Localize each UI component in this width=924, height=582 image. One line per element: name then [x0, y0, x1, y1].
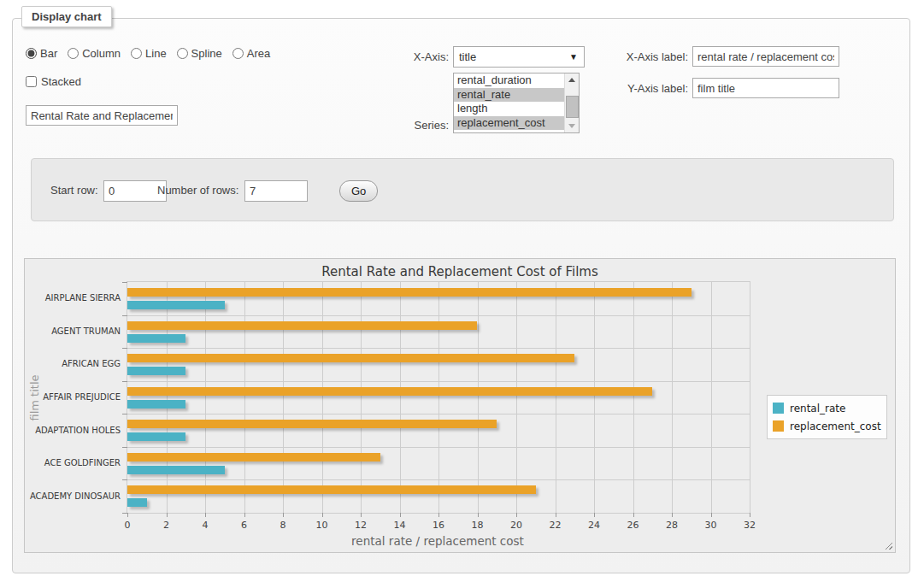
bar-rental_rate [127, 301, 225, 309]
bar-replacement_cost [127, 354, 574, 362]
x-axis-tick [711, 513, 712, 517]
y-axis-category-label: ACADEMY DINOSAUR [30, 491, 121, 501]
chart-type-option-spline: Spline [177, 47, 222, 60]
gridline [672, 282, 673, 513]
panel-legend: Display chart [21, 6, 112, 27]
gridline [127, 479, 750, 480]
stacked-checkbox-row: Stacked [26, 75, 81, 88]
legend-swatch [773, 420, 784, 432]
gridline [127, 447, 750, 448]
page: Display chart BarColumnLineSplineArea St… [0, 0, 924, 582]
y-axis-tick [122, 479, 127, 480]
chart-type-option-line: Line [131, 47, 167, 60]
bar-rental_rate [127, 466, 225, 474]
bar-replacement_cost [127, 453, 380, 461]
x-axis-tick-label: 0 [125, 520, 131, 531]
x-axis-tick [478, 513, 479, 517]
chart-type-option-column: Column [68, 47, 121, 60]
chart-type-radio-label: Bar [40, 47, 57, 60]
gridline [633, 282, 634, 513]
x-axis-tick [361, 513, 362, 517]
x-axis-label-caption: X-Axis label: [611, 50, 688, 64]
chart-legend: rental_ratereplacement_cost [767, 395, 887, 439]
chart-type-option-area: Area [232, 47, 270, 60]
x-axis-tick-label: 2 [163, 520, 169, 531]
chart-type-radio-spline[interactable] [177, 48, 188, 59]
scrollbar-thumb[interactable] [566, 96, 579, 118]
chart-type-radio-bar[interactable] [26, 48, 37, 59]
x-axis-tick [322, 513, 323, 517]
y-axis-category-label: ACE GOLDFINGER [44, 458, 121, 467]
y-axis-label-input[interactable] [692, 78, 839, 98]
x-axis-select[interactable]: title ▼ [453, 46, 585, 68]
x-axis-tick [167, 513, 168, 517]
y-axis-tick [122, 315, 127, 316]
gridline [127, 414, 750, 414]
chart-type-radio-label: Line [145, 47, 167, 60]
x-axis-tick [438, 513, 439, 517]
series-select-label: Series: [359, 119, 449, 132]
x-axis-tick [633, 513, 634, 517]
chart-type-radio-area[interactable] [232, 48, 244, 59]
x-axis-tick-label: 10 [316, 520, 328, 531]
bar-rental_rate [127, 367, 185, 375]
bar-rental_rate [127, 400, 185, 409]
x-axis-tick-label: 16 [433, 520, 444, 531]
resize-grip-icon[interactable] [883, 540, 892, 550]
gridline [400, 282, 401, 513]
go-button[interactable]: Go [339, 180, 378, 202]
y-axis-category-label: AIRPLANE SIERRA [45, 293, 121, 303]
x-axis-label-input[interactable] [692, 46, 839, 67]
scroll-up-arrow-icon[interactable] [565, 73, 579, 86]
chart-type-radio-line[interactable] [131, 48, 142, 59]
gridline [322, 282, 323, 513]
x-axis-tick [672, 513, 673, 517]
stacked-checkbox[interactable] [26, 76, 37, 87]
x-axis-select-label: X-Axis: [359, 50, 449, 64]
x-axis-tick [127, 513, 128, 517]
x-axis-tick-label: 20 [510, 520, 522, 531]
legend-label: rental_rate [790, 403, 845, 414]
gridline [478, 282, 479, 513]
y-axis-tick [122, 414, 127, 414]
series-option-rental_rate[interactable]: rental_rate [454, 88, 579, 103]
gridline [361, 282, 362, 513]
bar-replacement_cost [127, 288, 692, 297]
series-multiselect[interactable]: rental_durationrental_ratelengthreplacem… [453, 73, 580, 133]
chart-title-input[interactable] [26, 105, 178, 126]
x-axis-tick [400, 513, 401, 517]
gridline [516, 282, 517, 513]
series-option-replacement_cost[interactable]: replacement_cost [454, 116, 579, 131]
x-axis-tick-label: 4 [203, 520, 209, 531]
x-axis-tick [594, 513, 595, 517]
gridline [167, 282, 168, 513]
x-axis-tick-label: 14 [394, 520, 406, 531]
scroll-down-arrow-icon[interactable] [565, 120, 579, 132]
chart-type-radio-label: Spline [191, 47, 222, 60]
chart-type-radio-label: Area [247, 47, 270, 60]
bar-replacement_cost [127, 420, 497, 428]
gridline [594, 282, 595, 513]
row-range-fieldset: Start row: Number of rows: Go [31, 158, 894, 221]
y-axis-tick [122, 348, 127, 349]
chart-type-radio-label: Column [82, 47, 121, 60]
x-axis-tick-label: 28 [666, 520, 678, 531]
x-axis-tick [244, 513, 245, 517]
chart-type-radio-column[interactable] [68, 48, 79, 59]
series-scrollbar[interactable] [564, 73, 579, 132]
legend-label: replacement_cost [790, 420, 881, 432]
legend-row: rental_rate [773, 399, 881, 417]
x-axis-tick-label: 26 [627, 520, 639, 531]
y-axis-category-label: AFFAIR PREJUDICE [43, 392, 121, 402]
gridline [127, 348, 750, 349]
chart-container: Rental Rate and Replacement Cost of Film… [24, 258, 896, 553]
x-axis-tick-label: 12 [355, 520, 367, 531]
series-option-length[interactable]: length [454, 102, 579, 116]
num-rows-input[interactable] [244, 180, 308, 202]
x-axis-select-value: title [459, 50, 476, 63]
stacked-label: Stacked [41, 75, 81, 88]
x-axis-tick [750, 513, 750, 517]
y-axis-tick [122, 447, 127, 448]
gridline [244, 282, 245, 513]
series-option-rental_duration[interactable]: rental_duration [454, 73, 579, 88]
